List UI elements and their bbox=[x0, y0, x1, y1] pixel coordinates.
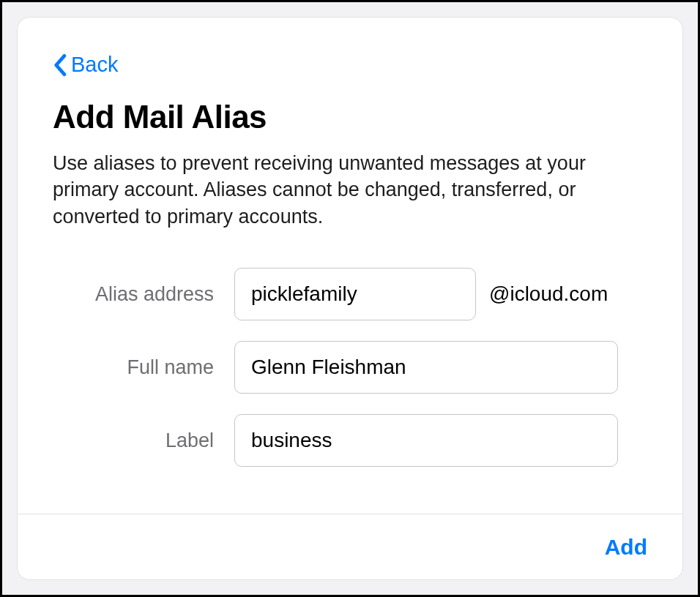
fullname-input[interactable] bbox=[234, 341, 618, 394]
dialog-card: Back Add Mail Alias Use aliases to preve… bbox=[17, 17, 683, 580]
page-description: Use aliases to prevent receiving unwante… bbox=[53, 150, 647, 230]
domain-suffix: @icloud.com bbox=[489, 282, 608, 306]
alias-label: Alias address bbox=[53, 283, 234, 306]
label-input[interactable] bbox=[234, 414, 618, 467]
label-row: Label bbox=[53, 414, 647, 467]
fullname-row: Full name bbox=[53, 341, 647, 394]
dialog-content: Back Add Mail Alias Use aliases to preve… bbox=[18, 18, 682, 514]
back-button[interactable]: Back bbox=[53, 53, 118, 77]
dialog-footer: Add bbox=[18, 514, 682, 580]
chevron-left-icon bbox=[53, 53, 67, 77]
back-label: Back bbox=[71, 53, 118, 77]
alias-input[interactable] bbox=[234, 268, 476, 320]
fullname-label: Full name bbox=[53, 356, 234, 379]
add-button[interactable]: Add bbox=[599, 532, 653, 563]
label-field-label: Label bbox=[53, 429, 234, 452]
page-title: Add Mail Alias bbox=[53, 99, 647, 135]
alias-row: Alias address @icloud.com bbox=[53, 268, 647, 320]
